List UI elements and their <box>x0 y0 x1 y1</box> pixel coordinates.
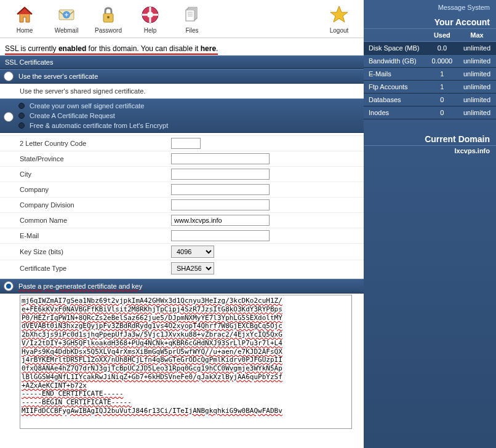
toolbar-files-label: Files <box>185 27 198 34</box>
lock-icon <box>97 4 119 26</box>
svg-point-3 <box>107 16 110 18</box>
toolbar-home-label: Home <box>17 27 33 34</box>
help-icon <box>139 4 161 26</box>
ssl-certificates-header: SSL Certificates <box>0 55 364 69</box>
toolbar-help-label: Help <box>144 27 157 34</box>
certificate-textarea[interactable]: mj6qIWZmAI7gSea1Nbz69t2vjpkImA42GHWx3d1Q… <box>20 295 352 429</box>
sidebar: Message System Your Account UsedMax Disk… <box>364 0 496 448</box>
city-input[interactable] <box>171 169 270 180</box>
company-label: Company <box>20 186 171 193</box>
star-icon <box>328 4 350 26</box>
toolbar-webmail[interactable]: Webmail <box>46 2 87 35</box>
ssl-status-line: SSL is currently enabled for this domain… <box>0 38 364 55</box>
toolbar-password[interactable]: Password <box>87 2 129 35</box>
table-row: Ftp Accounts1unlimited <box>364 81 496 94</box>
radio-dot-icon <box>18 113 25 119</box>
table-row: Databases0unlimited <box>364 94 496 106</box>
option-use-server-cert[interactable]: Use the server's certificate <box>0 69 364 84</box>
table-row: Inodes0unlimited <box>364 106 496 119</box>
certtype-select[interactable]: SHA256 <box>171 262 214 274</box>
option-create-self-signed[interactable]: Create your own self signed certificate <box>18 101 360 111</box>
table-row: Disk Space (MB)0.0unlimited <box>364 42 496 55</box>
ssl-disable-link[interactable]: here <box>201 44 216 53</box>
state-input[interactable] <box>171 153 270 164</box>
email-label: E-Mail <box>20 232 171 239</box>
option-lets-encrypt[interactable]: Free & automatic certificate from Let's … <box>18 121 360 130</box>
top-toolbar: Home Webmail Password Help <box>0 0 364 38</box>
toolbar-webmail-label: Webmail <box>55 27 79 34</box>
toolbar-home[interactable]: Home <box>4 2 46 35</box>
city-label: City <box>20 170 171 178</box>
radio-dot-icon <box>18 103 25 109</box>
toolbar-help[interactable]: Help <box>129 2 171 35</box>
email-input[interactable] <box>171 230 270 241</box>
usage-table: UsedMax Disk Space (MB)0.0unlimited Band… <box>364 29 496 119</box>
radio-dot-icon <box>18 122 25 129</box>
cert-form: 2 Letter Country Code State/Province Cit… <box>0 133 364 279</box>
option-create-cert-group: Create your own self signed certificate … <box>0 98 364 133</box>
option-create-csr[interactable]: Create A Certificate Request <box>18 111 360 121</box>
home-icon <box>14 4 36 26</box>
table-row: E-Mails1unlimited <box>364 68 496 81</box>
toolbar-password-label: Password <box>95 27 122 34</box>
keysize-select[interactable]: 4096 <box>171 246 214 258</box>
common-name-label: Common Name <box>20 217 171 224</box>
use-server-desc: Use the server's shared signed certifica… <box>0 84 364 98</box>
toolbar-logout[interactable]: Logout <box>318 2 360 35</box>
message-system-link[interactable]: Message System <box>364 0 496 15</box>
max-header: Max <box>458 29 496 42</box>
svg-rect-8 <box>186 10 194 21</box>
division-input[interactable] <box>171 199 270 210</box>
table-row: Bandwidth (GB)0.0000unlimited <box>364 55 496 68</box>
radio-icon <box>4 281 14 291</box>
files-icon <box>181 4 203 26</box>
certtype-label: Certificate Type <box>20 265 171 272</box>
common-name-input[interactable] <box>171 215 270 226</box>
current-domain-value: lxcvps.info <box>364 146 496 156</box>
current-domain-title: Current Domain <box>364 132 496 146</box>
your-account-title: Your Account <box>364 15 496 29</box>
keysize-label: Key Size (bits) <box>20 248 171 255</box>
state-label: State/Province <box>20 155 171 162</box>
svg-point-5 <box>147 12 153 18</box>
division-label: Company Division <box>20 201 171 209</box>
radio-icon <box>4 71 14 81</box>
country-input[interactable] <box>171 138 201 149</box>
mail-icon <box>55 4 78 26</box>
option-paste-cert[interactable]: Paste a pre-generated certificate and ke… <box>0 279 364 294</box>
country-label: 2 Letter Country Code <box>20 140 171 147</box>
used-header: Used <box>426 29 458 42</box>
toolbar-logout-label: Logout <box>330 27 349 34</box>
company-input[interactable] <box>171 184 270 195</box>
toolbar-files[interactable]: Files <box>171 2 213 35</box>
radio-icon <box>4 112 14 122</box>
